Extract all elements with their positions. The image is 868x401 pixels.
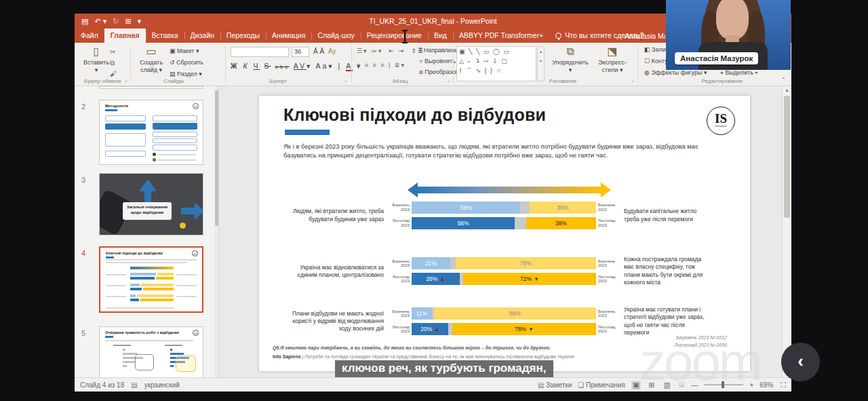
slide-thumbnail-panel: 2 Методологія IS xyxy=(75,86,214,377)
slide-4-content: Ключові підходи до відбудови Як і в бере… xyxy=(259,96,750,371)
bar-segment xyxy=(515,217,526,229)
layout-button[interactable]: ▣ Макет ▾ xyxy=(170,47,199,54)
shapes-gallery[interactable]: ▣ ╲ ╲ ▭ ◯ ▭△ ⌐ ↴ ⇨ ⇩ ▢⌇ ⌒ ∿ { } ☆ xyxy=(456,46,536,81)
notes-button[interactable]: ▤ Заметки xyxy=(538,381,572,389)
shapes-gallery-scroll[interactable]: ▴▾ xyxy=(537,46,545,81)
paste-button[interactable]: ▯ Вставить▾ xyxy=(79,45,114,73)
shape-effects-button[interactable]: ◍ Эффекты фигуры ▾ xyxy=(644,69,707,76)
bar-segment: 56% xyxy=(412,217,515,229)
canvas-scrollbar[interactable]: ▲ ▼ ⌃⌄ xyxy=(782,86,791,377)
thumbnail-slide-3[interactable]: Загальні очікування щодо відбудови xyxy=(99,173,203,235)
paragraph-dialog-launcher[interactable]: ⌐ xyxy=(448,79,450,83)
bar-segment: 36% xyxy=(530,202,596,214)
participant-video[interactable]: Анастасія Мазурок xyxy=(666,0,791,70)
tab-animations[interactable]: Анимация xyxy=(266,28,311,43)
list-indent-buttons[interactable]: ☰▾ ≔▾ ⇤ ⇥ ⇕☰ xyxy=(357,47,425,54)
clear-format-icon[interactable]: Ay xyxy=(328,47,336,55)
zoom-in-button[interactable]: + xyxy=(749,381,753,389)
reading-view-button[interactable]: ▥ xyxy=(662,381,671,389)
bar-segment: 11% xyxy=(412,307,432,320)
bar-segment: 21% xyxy=(412,257,450,269)
section-button[interactable]: ▤ Раздел ▾ xyxy=(170,71,202,77)
tab-file[interactable]: Файл xyxy=(75,28,104,43)
participant-name-tag: Анастасія Мазурок xyxy=(675,52,758,64)
alignment-buttons[interactable]: ≡ ≡ ≡ ≡ | ≣▾ xyxy=(357,62,406,69)
format-painter-icon[interactable]: 🖌 xyxy=(110,70,118,77)
slide-sorter-view-button[interactable]: ⊞ xyxy=(647,381,656,389)
statement-left: Людям, які втратили житло, треба будуват… xyxy=(283,208,384,223)
slideshow-view-button[interactable]: ⍗ xyxy=(678,381,686,389)
collapse-ribbon-icon[interactable]: ⌃ xyxy=(781,77,786,83)
qat-customize-icon[interactable]: ▾ xyxy=(138,17,142,26)
zoom-out-button[interactable]: — xyxy=(691,381,698,389)
thumbnail-panel-scrollbar[interactable] xyxy=(214,86,219,377)
quick-styles-button[interactable]: ⬔ Экспресс-стили ▾ xyxy=(593,45,632,73)
group-editing-label: Редактирование xyxy=(685,78,760,84)
font-name-input[interactable] xyxy=(231,47,289,57)
tab-home[interactable]: Главная xyxy=(104,28,146,43)
account-name[interactable]: Anastasia Ma xyxy=(625,32,665,40)
reset-button[interactable]: ↺ Сбросить xyxy=(170,59,203,66)
cut-icon[interactable]: ✂ xyxy=(110,48,117,56)
bar-segment: 76% xyxy=(456,257,596,269)
period-label: Листопад 2023 xyxy=(598,218,620,227)
tab-review[interactable]: Рецензирование xyxy=(361,28,428,43)
zoom-shared-screen: ▤ ↶ ▾ ↻ ⊞ ▾ TI_UKR_25_01_UKR_final - Pow… xyxy=(0,0,868,401)
zoom-percent[interactable]: 69% xyxy=(760,381,773,389)
bar-track: 56%38% xyxy=(412,217,596,229)
text-cursor xyxy=(401,30,408,43)
save-icon[interactable]: ▤ xyxy=(81,17,88,26)
statement-right: Кожна постраждала громада має власну спе… xyxy=(624,256,711,287)
font-size-input[interactable]: 36 xyxy=(292,47,309,57)
bar-track: 59%36% xyxy=(412,202,596,214)
comments-button[interactable]: ❏ Примечания xyxy=(578,381,625,389)
redo-icon[interactable]: ↻ xyxy=(113,17,119,26)
scrollbar-thumb[interactable] xyxy=(784,96,790,218)
bar-row: Березень 202311%88%Березень 2023 xyxy=(388,307,620,320)
thumbnail-slide-5[interactable]: Очікувана тривалість робіт з відбудови I… xyxy=(99,326,203,377)
zoom-slider[interactable] xyxy=(704,384,743,385)
copy-icon[interactable]: ⧉ xyxy=(110,59,116,67)
bar-segment xyxy=(450,257,456,269)
font-dialog-launcher[interactable]: ⌐ xyxy=(344,79,347,83)
drawing-dialog-launcher[interactable]: ⌐ xyxy=(632,79,635,83)
period-label: Листопад 2023 xyxy=(388,325,410,334)
tab-transitions[interactable]: Переходы xyxy=(220,28,266,43)
tab-design[interactable]: Дизайн xyxy=(184,28,220,43)
tab-view[interactable]: Вид xyxy=(428,28,453,43)
tab-abbyy[interactable]: ABBYY PDF Transformer+ xyxy=(453,28,549,43)
new-slide-button[interactable]: ▭ Создать слайд ▾ xyxy=(134,45,168,73)
period-label: Листопад 2023 xyxy=(388,275,410,284)
font-style-buttons[interactable]: Ж К Ч S abc AV▾ Aa▾ | А ▾ xyxy=(231,62,362,70)
undo-icon[interactable]: ↶ ▾ xyxy=(94,17,106,26)
bar-track: 11%88% xyxy=(412,307,596,320)
group-clipboard-label: Буфер обмена xyxy=(76,78,129,84)
start-slideshow-icon[interactable]: ⊞ xyxy=(125,17,131,26)
work-area: 2 Методологія IS xyxy=(75,86,791,377)
group-slides-label: Слайды xyxy=(140,78,208,84)
clipboard-dialog-launcher[interactable]: ⌐ xyxy=(125,79,127,83)
scroll-up-icon[interactable]: ▲ xyxy=(783,88,791,92)
statement-left: Плани відбудови не мають жодної користі … xyxy=(283,310,384,332)
grow-shrink-font-icons[interactable]: А́ А̀ Ay xyxy=(313,47,336,55)
thumbnail-slide-4[interactable]: Ключові підходи до відбудови IS xyxy=(99,246,203,313)
spellcheck-icon[interactable]: ▤ xyxy=(131,381,137,389)
bar-row: Березень 202359%36%Березень 2023 xyxy=(388,202,620,214)
normal-view-button[interactable]: ▣ xyxy=(631,381,641,389)
bar-segment: 38% xyxy=(526,217,596,229)
select-button[interactable]: ⌖ Выделить ▾ xyxy=(720,69,757,77)
arrange-button[interactable]: ⧉ Упорядочить▾ xyxy=(549,45,591,73)
bar-track: 21%76% xyxy=(412,257,596,269)
thumbnail-slide-1-partial[interactable] xyxy=(99,86,203,89)
thumbnail-slide-2[interactable]: Методологія IS xyxy=(99,100,203,165)
tab-slideshow[interactable]: Слайд-шоу xyxy=(311,28,360,43)
fit-slide-button[interactable]: ⛶ xyxy=(779,381,787,389)
chart-group-2: Україна має відновлюватися за єдиним пла… xyxy=(283,256,726,287)
bar-track: 20%▲78%▼ xyxy=(412,323,596,335)
tab-insert[interactable]: Вставка xyxy=(146,28,184,43)
language-indicator[interactable]: украинский xyxy=(144,381,180,389)
collapse-panel-button[interactable]: ‹ xyxy=(781,343,820,381)
bar-row: Листопад 202356%38%Листопад 2023 xyxy=(388,217,620,229)
thumb-number-2: 2 xyxy=(81,102,85,111)
live-caption: ключов реч, як турбують громадян, xyxy=(335,360,553,377)
